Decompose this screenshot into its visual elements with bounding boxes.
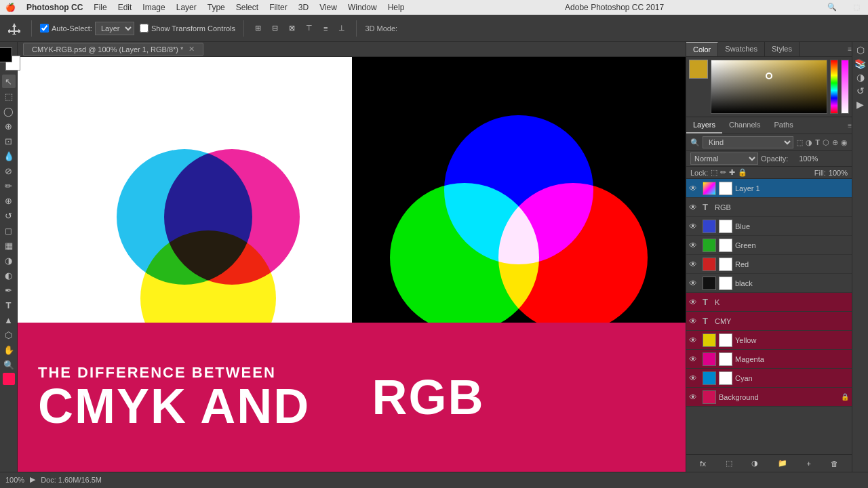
layer-item-cyan[interactable]: 👁 Cyan bbox=[686, 369, 852, 388]
menu-window[interactable]: Window bbox=[348, 3, 377, 12]
menu-image[interactable]: Image bbox=[142, 3, 165, 12]
adjustments-icon[interactable]: ◑ bbox=[856, 72, 865, 83]
filter-text-icon[interactable]: T bbox=[815, 138, 820, 146]
properties-icon[interactable]: ⬡ bbox=[856, 45, 865, 56]
filter-toggle[interactable]: ◉ bbox=[841, 138, 848, 147]
layer-vis-magenta[interactable]: 👁 bbox=[689, 354, 700, 364]
zoom-tool[interactable]: 🔍 bbox=[2, 358, 16, 371]
lock-position-icon[interactable]: ✏ bbox=[720, 168, 726, 177]
arrange-button[interactable]: ⬚ bbox=[850, 1, 863, 13]
align-left-btn[interactable]: ⊞ bbox=[252, 22, 264, 34]
layer-item-blue[interactable]: 👁 Blue bbox=[686, 217, 852, 236]
document-tab[interactable]: CMYK-RGB.psd @ 100% (Layer 1, RGB/8*) * … bbox=[23, 43, 203, 56]
new-layer-button[interactable]: + bbox=[804, 458, 814, 469]
layer-item-green[interactable]: 👁 Green bbox=[686, 236, 852, 255]
layers-tab[interactable]: Layers bbox=[686, 117, 722, 134]
move-tool-btn[interactable] bbox=[5, 21, 23, 36]
gradient-tool[interactable]: ▦ bbox=[2, 239, 16, 252]
layer-item-k[interactable]: 👁 T K bbox=[686, 293, 852, 312]
align-middle-btn[interactable]: ≡ bbox=[321, 23, 330, 34]
menu-file[interactable]: File bbox=[94, 3, 106, 12]
pen-tool[interactable]: ✒ bbox=[2, 283, 16, 297]
layer-vis-yellow[interactable]: 👁 bbox=[689, 336, 700, 345]
show-transform-checkbox[interactable] bbox=[140, 24, 149, 33]
menu-3d[interactable]: 3D bbox=[298, 3, 309, 12]
crop-tool[interactable]: ⊡ bbox=[2, 134, 16, 148]
menu-view[interactable]: View bbox=[319, 3, 337, 12]
layer-item-cmy[interactable]: 👁 T CMY bbox=[686, 312, 852, 331]
align-right-btn[interactable]: ⊠ bbox=[286, 22, 298, 34]
align-center-btn[interactable]: ⊟ bbox=[269, 22, 281, 34]
menu-edit[interactable]: Edit bbox=[118, 3, 132, 12]
libraries-icon[interactable]: 📚 bbox=[854, 58, 866, 69]
align-bottom-btn[interactable]: ⊥ bbox=[336, 22, 348, 34]
layer-vis-green[interactable]: 👁 bbox=[689, 241, 700, 250]
dodge-tool[interactable]: ◐ bbox=[2, 268, 16, 282]
healing-brush-tool[interactable]: ⊘ bbox=[2, 164, 16, 178]
opacity-value[interactable]: 100% bbox=[791, 155, 818, 163]
layer-vis-blue[interactable]: 👁 bbox=[689, 222, 700, 231]
saturation-slider[interactable] bbox=[841, 60, 849, 114]
menu-type[interactable]: Type bbox=[208, 3, 225, 12]
color-tab[interactable]: Color bbox=[686, 42, 718, 56]
color-swatch-main[interactable] bbox=[689, 60, 708, 79]
layer-item-yellow[interactable]: 👁 Yellow bbox=[686, 331, 852, 350]
move-tool[interactable]: ↖ bbox=[2, 75, 16, 88]
eyedropper-tool[interactable]: 💧 bbox=[2, 149, 16, 163]
layer-vis-background[interactable]: 👁 bbox=[689, 392, 700, 402]
menu-layer[interactable]: Layer bbox=[176, 3, 197, 12]
layer-item-black[interactable]: 👁 black bbox=[686, 274, 852, 293]
history-brush-tool[interactable]: ↺ bbox=[2, 209, 16, 222]
filter-shape-icon[interactable]: ⬡ bbox=[823, 138, 829, 147]
apple-menu[interactable]: 🍎 bbox=[5, 3, 16, 12]
layer-item-red[interactable]: 👁 Red bbox=[686, 255, 852, 274]
history-icon[interactable]: ↺ bbox=[856, 85, 865, 96]
shape-tool[interactable]: ⬡ bbox=[2, 328, 16, 342]
layer-vis-red[interactable]: 👁 bbox=[689, 260, 700, 269]
brush-tool[interactable]: ✏ bbox=[2, 179, 16, 192]
lock-pixels-icon[interactable]: ⬚ bbox=[711, 168, 717, 177]
quick-select-tool[interactable]: ⊕ bbox=[2, 119, 16, 133]
menu-filter[interactable]: Filter bbox=[269, 3, 288, 12]
paths-tab[interactable]: Paths bbox=[768, 117, 800, 134]
filter-kind-dropdown[interactable]: Kind bbox=[703, 136, 793, 148]
blend-mode-dropdown[interactable]: Normal bbox=[690, 152, 758, 165]
swatches-tab[interactable]: Swatches bbox=[718, 42, 765, 56]
eraser-tool[interactable]: ◻ bbox=[2, 224, 16, 237]
lasso-tool[interactable]: ◯ bbox=[2, 104, 16, 118]
clone-stamp-tool[interactable]: ⊕ bbox=[2, 194, 16, 207]
layer-item-layer1[interactable]: 👁 Layer 1 bbox=[686, 179, 852, 198]
group-button[interactable]: 📁 bbox=[775, 458, 790, 469]
auto-select-checkbox[interactable] bbox=[40, 24, 49, 33]
align-top-btn[interactable]: ⊤ bbox=[303, 22, 315, 34]
layer-vis-black[interactable]: 👁 bbox=[689, 279, 700, 288]
layer-item-rgb[interactable]: 👁 T RGB bbox=[686, 198, 852, 217]
hand-tool[interactable]: ✋ bbox=[2, 343, 16, 357]
lock-move-icon[interactable]: ✚ bbox=[729, 168, 735, 177]
actions-icon[interactable]: ▶ bbox=[856, 99, 864, 110]
foreground-color[interactable] bbox=[0, 47, 12, 62]
adjustment-button[interactable]: ◑ bbox=[749, 458, 761, 469]
add-mask-button[interactable]: ⬚ bbox=[723, 458, 735, 469]
layer-vis-k[interactable]: 👁 bbox=[689, 298, 700, 307]
channels-tab[interactable]: Channels bbox=[722, 117, 767, 134]
menu-help[interactable]: Help bbox=[388, 3, 405, 12]
color-gradient[interactable] bbox=[711, 60, 827, 114]
styles-tab[interactable]: Styles bbox=[765, 42, 800, 56]
auto-select-dropdown[interactable]: Layer bbox=[95, 22, 134, 35]
lock-all-icon[interactable]: 🔒 bbox=[738, 168, 747, 177]
search-button[interactable]: 🔍 bbox=[825, 1, 840, 13]
app-name[interactable]: Photoshop CC bbox=[26, 3, 83, 12]
fill-value[interactable]: 100% bbox=[829, 169, 848, 177]
layer-vis-cmy[interactable]: 👁 bbox=[689, 317, 700, 326]
hue-slider[interactable] bbox=[830, 60, 838, 114]
path-select-tool[interactable]: ▲ bbox=[2, 313, 16, 327]
layer-vis-rgb[interactable]: 👁 bbox=[689, 203, 700, 212]
filter-pixel-icon[interactable]: ⬚ bbox=[796, 138, 803, 147]
fg-color-swatch[interactable] bbox=[3, 373, 15, 385]
filter-smart-icon[interactable]: ⊕ bbox=[832, 138, 838, 147]
layer-item-magenta[interactable]: 👁 Magenta bbox=[686, 350, 852, 369]
blur-tool[interactable]: ◑ bbox=[2, 253, 16, 267]
marquee-tool[interactable]: ⬚ bbox=[2, 89, 16, 103]
layer-vis-cyan[interactable]: 👁 bbox=[689, 373, 700, 383]
